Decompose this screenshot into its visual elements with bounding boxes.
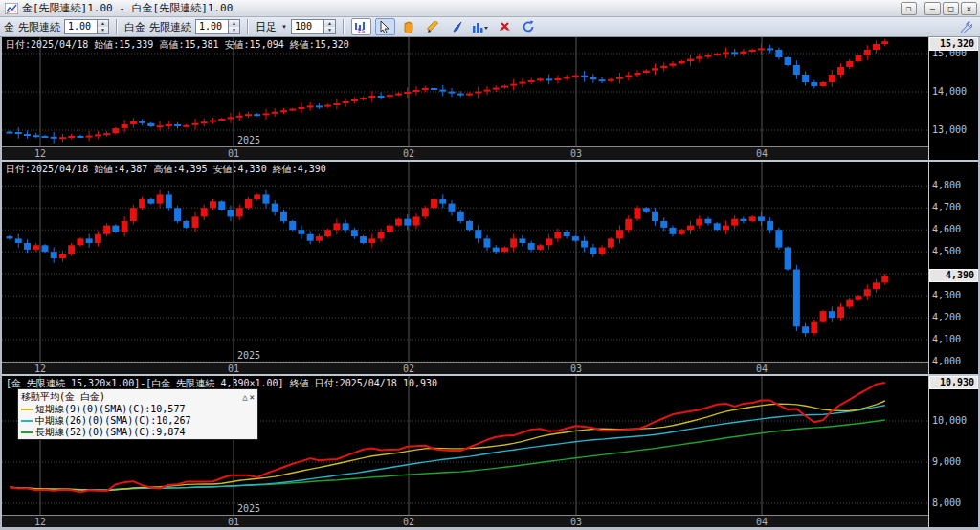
month-label: 01 [228,148,239,159]
y-axis-tick: 14,000 [932,86,967,97]
month-label: 12 [34,364,46,374]
moving-average-legend: 移動平均(金 白金) △ ✕ 短期線(9)(0)(SMA)(C):10,577 … [17,388,258,440]
hand-pan-icon[interactable] [399,18,419,35]
gold-candlestick-panel[interactable]: 日付:2025/04/18 始値:15,339 高値:15,381 安値:15,… [2,37,978,160]
y-axis-tick: 4,500 [932,246,961,256]
month-label: 12 [34,517,46,527]
spread-price-axis: 10,0009,0008,00010,930 [928,376,978,527]
legend-close-icon[interactable]: ✕ [250,392,255,402]
gold-symbol-label[interactable]: 金 [4,20,14,34]
platinum-symbol-label[interactable]: 白金 [124,20,145,34]
platinum-ohlc-info: 日付:2025/04/18 始値:4,387 高値:4,395 安値:4,330… [6,163,326,176]
toolbar-separator [247,19,249,34]
svg-text:2025: 2025 [237,503,260,514]
y-axis-tick: 4,600 [932,224,961,234]
chart-area: 日付:2025/04/18 始値:15,339 高値:15,381 安値:15,… [0,37,980,530]
y-axis-tick: 8,000 [932,497,961,508]
y-axis-tick: 4,700 [932,202,961,212]
month-label: 01 [228,364,239,374]
month-label: 03 [570,148,582,159]
brush-draw-icon[interactable] [447,18,467,35]
month-label: 02 [403,148,414,159]
platinum-candlestick-panel[interactable]: 日付:2025/04/18 始値:4,387 高値:4,395 安値:4,330… [2,162,978,374]
toolbar-separator [116,19,118,34]
month-label: 04 [756,148,768,159]
legend-row-long: 長期線(52)(0)(SMA)(C):9,874 [21,427,255,438]
platinum-ratio-arrows[interactable]: ▲▼ [228,19,240,34]
y-axis-tick: 9,000 [932,456,961,467]
bar-count-value[interactable]: 100 [291,19,323,34]
gold-ratio-spinner[interactable]: 1.00 ▲▼ [64,19,109,34]
gold-candlestick-chart[interactable]: 2025 [2,37,928,146]
last-price-badge: 15,320 [929,37,978,51]
bar-count-spinner[interactable]: 100 ▲▼ [291,19,336,34]
legend-row-mid: 中期線(26)(0)(SMA)(C):10,267 [21,415,255,427]
clear-drawings-icon[interactable] [495,18,515,35]
y-axis-tick: 4,200 [932,312,961,322]
toolbar: 金 先限連続 1.00 ▲▼ 白金 先限連続 1.00 ▲▼ 日足 ▼ 100 … [0,17,980,37]
month-label: 12 [34,148,46,159]
y-axis-tick: 4,100 [932,334,961,344]
chart-window: 金[先限連続]1.00 - 白金[先限連続]1.00 ❐ – □ ✕ 金 先限連… [0,0,980,530]
month-label: 04 [756,517,768,527]
month-label: 02 [403,517,414,527]
bar-count-arrows[interactable]: ▲▼ [323,19,336,34]
legend-collapse-icon[interactable]: △ [242,392,247,402]
gold-series-label[interactable]: 先限連続 [18,20,60,34]
platinum-ratio-value[interactable]: 1.00 [195,19,228,34]
svg-text:2025: 2025 [237,135,260,145]
mid-ma-label: 中期線(26)(0)(SMA)(C):10,267 [35,415,190,427]
short-ma-label: 短期線(9)(0)(SMA)(C):10,577 [35,404,185,415]
gold-ohlc-info: 日付:2025/04/18 始値:15,339 高値:15,381 安値:15,… [6,38,349,52]
title-bar: 金[先限連続]1.00 - 白金[先限連続]1.00 ❐ – □ ✕ [0,0,980,17]
cursor-select-icon[interactable] [375,18,395,35]
svg-text:ts: ts [357,27,365,33]
platinum-candlestick-chart[interactable]: 2025 [2,162,928,362]
month-label: 03 [570,517,582,527]
refresh-icon[interactable] [519,18,539,35]
chevron-down-icon[interactable]: ▼ [281,24,287,30]
app-chart-icon [5,3,18,14]
bar-chart-menu-icon[interactable] [471,18,491,35]
y-axis-tick: 4,000 [932,356,961,366]
legend-title: 移動平均(金 白金) [21,390,240,404]
y-axis-tick: 4,800 [932,180,961,190]
last-price-badge: 10,930 [929,376,978,389]
platinum-ratio-spinner[interactable]: 1.00 ▲▼ [195,19,240,34]
month-label: 04 [756,364,768,374]
y-axis-tick: 10,000 [932,415,967,426]
maximize-button[interactable]: □ [943,2,959,15]
toolbar-separator [343,19,345,34]
platinum-price-axis: 4,8004,7004,6004,5004,4004,3004,2004,100… [928,162,978,374]
legend-row-short: 短期線(9)(0)(SMA)(C):10,577 [21,404,255,415]
pencil-draw-icon[interactable] [423,18,443,35]
spread-time-axis: 1201020304 [2,515,928,527]
period-dropdown[interactable]: 日足 [256,20,277,34]
long-ma-label: 長期線(52)(0)(SMA)(C):9,874 [35,427,185,438]
spread-ma-panel[interactable]: [金 先限連続 15,320×1.00]-[白金 先限連続 4,390×1.00… [2,376,978,527]
mid-ma-swatch [21,420,33,422]
y-axis-tick: 13,000 [932,124,967,135]
long-ma-swatch [21,431,33,433]
gold-ratio-value[interactable]: 1.00 [64,19,97,34]
month-label: 01 [228,517,239,527]
svg-text:2025: 2025 [237,350,260,361]
wrench-icon[interactable] [956,18,976,35]
layer-window-button[interactable]: ❐ [901,2,917,15]
gold-ratio-arrows[interactable]: ▲▼ [97,19,109,34]
window-title: 金[先限連続]1.00 - 白金[先限連続]1.00 [22,1,899,15]
y-axis-tick: 4,300 [932,290,961,300]
short-ma-swatch [21,409,33,410]
platinum-time-axis: 1201020304 [2,362,928,374]
last-price-badge: 4,390 [929,269,978,282]
gold-price-axis: 15,00014,00013,00015,320 [928,37,978,160]
period-settings-icon[interactable]: ts [351,18,371,35]
close-button[interactable]: ✕ [961,2,977,15]
month-label: 02 [403,364,414,374]
gold-time-axis: 1201020304 [2,146,928,160]
minimize-button[interactable]: – [924,2,941,15]
month-label: 03 [570,364,582,374]
platinum-series-label[interactable]: 先限連続 [149,20,191,34]
